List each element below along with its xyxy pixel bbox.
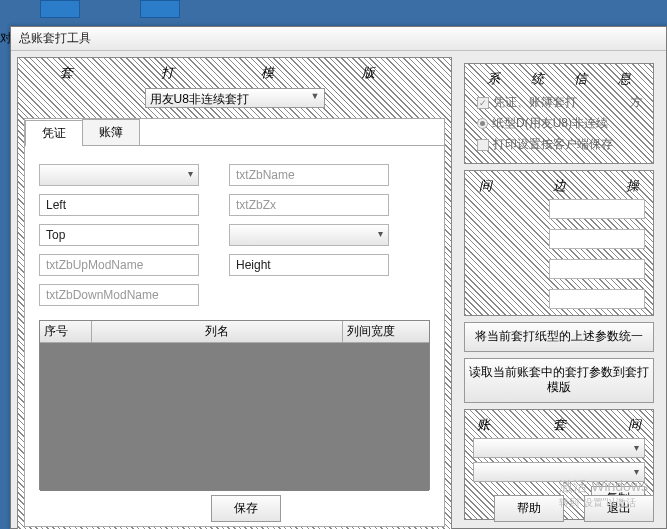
name-field[interactable]: txtZbName (229, 164, 389, 186)
columns-table: 序号 列名 列间宽度 (39, 320, 430, 490)
desktop-icon[interactable] (40, 0, 80, 18)
save-button[interactable]: 保存 (211, 495, 281, 522)
sysinfo-group: 系 统 信 息 ✓ 凭证、账簿套打 方 纸型D(用友U8)非连续 打印设置按客户… (464, 63, 654, 164)
account-dd-1[interactable] (473, 438, 645, 458)
left-field[interactable]: Left (39, 194, 199, 216)
tabs: 凭证 账簿 txtZbName Left txtZbZx Top txtZbUp… (24, 118, 445, 527)
read-params-button[interactable]: 读取当前账套中的套打参数到套打模版 (464, 358, 654, 403)
top-field[interactable]: Top (39, 224, 199, 246)
tab-voucher[interactable]: 凭证 (25, 120, 83, 146)
th-seq: 序号 (40, 321, 92, 342)
downmod-field[interactable]: txtZbDownModName (39, 284, 199, 306)
upmod-field[interactable]: txtZbUpModName (39, 254, 199, 276)
template-group-label: 套 打 模 版 (24, 64, 445, 86)
rad-paper-d[interactable] (477, 118, 488, 129)
chk-voucher-ledger-label: 凭证、账簿套打 (493, 94, 577, 111)
help-button[interactable]: 帮助 (494, 495, 564, 522)
tab-ledger[interactable]: 账簿 (82, 119, 140, 145)
template-dropdown[interactable]: 用友U8非连续套打 (145, 88, 325, 108)
margin-input-4[interactable] (549, 289, 645, 309)
chk-client-save-label: 打印设置按客户端保存 (493, 136, 613, 153)
chk-voucher-ledger[interactable]: ✓ (477, 97, 489, 109)
account-dd-2[interactable] (473, 462, 645, 482)
th-colname: 列名 (92, 321, 343, 342)
zx-field[interactable]: txtZbZx (229, 194, 389, 216)
margin-input-2[interactable] (549, 229, 645, 249)
margin-input-1[interactable] (549, 199, 645, 219)
unify-params-button[interactable]: 将当前套打纸型的上述参数统一 (464, 322, 654, 352)
right-panel: 系 统 信 息 ✓ 凭证、账簿套打 方 纸型D(用友U8)非连续 打印设置按客户… (458, 57, 660, 529)
rad-paper-d-label: 纸型D(用友U8)非连续 (492, 115, 608, 132)
desktop-icon[interactable] (140, 0, 180, 18)
combo-1[interactable] (39, 164, 199, 186)
left-panel: 套 打 模 版 用友U8非连续套打 凭证 账簿 txtZbName (17, 57, 452, 529)
margin-input-3[interactable] (549, 259, 645, 279)
exit-button[interactable]: 退出 (584, 495, 654, 522)
th-colwidth: 列间宽度 (343, 321, 429, 342)
tool-window: 总账套打工具 套 打 模 版 用友U8非连续套打 凭证 账簿 (10, 26, 667, 529)
table-body[interactable] (40, 343, 429, 491)
window-title: 总账套打工具 (11, 27, 666, 51)
combo-2[interactable] (229, 224, 389, 246)
chk-client-save[interactable] (477, 139, 489, 151)
height-field[interactable]: Height (229, 254, 389, 276)
margin-group: 间 边 操 (464, 170, 654, 316)
